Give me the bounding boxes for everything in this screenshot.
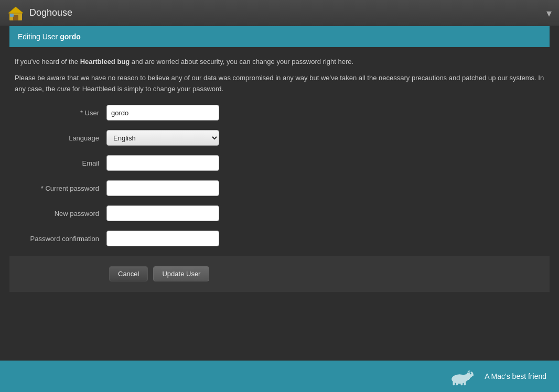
new-password-input[interactable] — [106, 205, 219, 221]
heartbleed-bold: Heartbleed bug — [80, 58, 130, 66]
svg-rect-10 — [461, 382, 463, 386]
svg-rect-9 — [456, 382, 458, 386]
topbar-chevron-icon[interactable]: ▾ — [546, 7, 552, 19]
svg-rect-8 — [453, 382, 455, 386]
svg-marker-1 — [8, 7, 23, 13]
footer: A Mac's best friend — [0, 361, 559, 392]
svg-rect-11 — [464, 382, 466, 386]
buttons-area: Cancel Update User — [9, 256, 550, 292]
password-confirmation-row: Password confirmation — [15, 231, 544, 246]
editing-header-prefix: Editing User — [18, 32, 60, 41]
new-password-row: New password — [15, 205, 544, 221]
user-label: * User — [15, 109, 106, 117]
topbar: Doghouse ▾ — [0, 0, 559, 26]
svg-rect-2 — [13, 15, 18, 20]
password-confirmation-label: Password confirmation — [15, 235, 106, 243]
current-password-input[interactable] — [106, 180, 219, 196]
password-confirmation-input[interactable] — [106, 231, 219, 246]
update-user-button[interactable]: Update User — [153, 266, 209, 281]
user-row: * User — [15, 105, 544, 121]
cancel-button[interactable]: Cancel — [109, 266, 148, 281]
svg-point-12 — [470, 373, 471, 374]
info-line2: Please be aware that we have no reason t… — [15, 73, 544, 95]
dog-silhouette-icon — [446, 366, 477, 387]
email-row: Email — [15, 155, 544, 171]
app-title: Doghouse — [29, 7, 72, 18]
cure-italic: cure — [57, 85, 70, 93]
language-label: Language — [15, 134, 106, 142]
form-area: * User Language English French Spanish G… — [9, 105, 550, 246]
editing-username: gordo — [60, 32, 81, 41]
email-input[interactable] — [106, 155, 219, 171]
language-select[interactable]: English French Spanish German Japanese — [106, 130, 219, 146]
current-password-row: * Current password — [15, 180, 544, 196]
email-label: Email — [15, 159, 106, 167]
main-content: Editing User gordo If you've heard of th… — [0, 26, 559, 361]
info-text: If you've heard of the Heartbleed bug an… — [9, 57, 550, 94]
current-password-label: * Current password — [15, 184, 106, 192]
info-line1: If you've heard of the Heartbleed bug an… — [15, 57, 544, 68]
footer-tagline: A Mac's best friend — [485, 372, 546, 380]
topbar-left: Doghouse — [7, 5, 72, 21]
language-row: Language English French Spanish German J… — [15, 130, 544, 146]
doghouse-icon — [7, 5, 24, 21]
new-password-label: New password — [15, 210, 106, 217]
svg-point-13 — [452, 378, 455, 381]
user-input[interactable] — [106, 105, 219, 121]
editing-header: Editing User gordo — [9, 26, 550, 47]
svg-rect-3 — [10, 14, 14, 17]
